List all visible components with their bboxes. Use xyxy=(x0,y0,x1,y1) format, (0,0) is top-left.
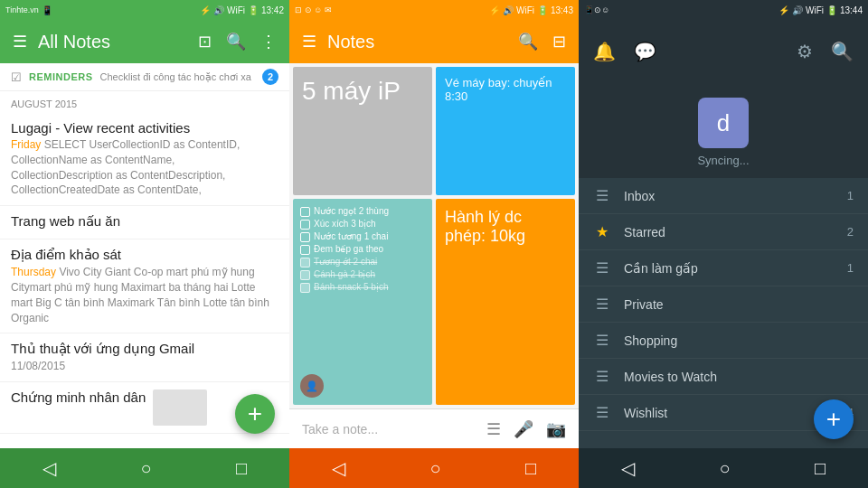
fab-add-note[interactable]: + xyxy=(235,394,275,434)
note-card-5-may-ip[interactable]: 5 máy iP xyxy=(293,67,432,195)
status-left-3: 📱⊙☺ xyxy=(584,5,609,14)
note-status-icons: ⊡ ⊙ ☺ ✉ xyxy=(295,5,332,14)
back-button-3[interactable]: ◁ xyxy=(621,457,635,479)
note-card-checklist[interactable]: Nước ngọt 2 thùng Xúc xích 3 bịch Nước t… xyxy=(293,199,432,405)
wifi-icon: WiFi xyxy=(227,5,245,15)
panel-all-notes: Tinhte.vn 📱 ⚡ 🔊 WiFi 🔋 13:42 ☰ All Notes… xyxy=(0,0,289,488)
bell-icon[interactable]: 🔔 xyxy=(593,41,616,62)
list-icon[interactable]: ☰ xyxy=(486,419,501,439)
notes-title: Notes xyxy=(327,32,507,52)
cb4[interactable] xyxy=(300,245,310,255)
avatar-checklist: 👤 xyxy=(300,374,324,398)
home-button-3[interactable]: ○ xyxy=(719,458,730,479)
cb7[interactable] xyxy=(300,283,310,293)
check-row-6: Cánh gà 2 bịch xyxy=(300,269,425,280)
time-3: 13:44 xyxy=(840,5,863,15)
check-row-3: Nước tương 1 chai xyxy=(300,231,425,242)
shopping-icon: ☰ xyxy=(593,332,611,349)
battery2-icon: 🔋 xyxy=(537,5,548,15)
home-button-2[interactable]: ○ xyxy=(429,458,440,479)
cb3[interactable] xyxy=(300,232,310,242)
status-right-1: ⚡ 🔊 WiFi 🔋 13:42 xyxy=(200,5,284,15)
back-button-2[interactable]: ◁ xyxy=(332,457,345,479)
bt3-icon: ⚡ xyxy=(778,5,789,15)
search-icon[interactable]: 🔍 xyxy=(222,28,250,55)
phone-icon: 📱 xyxy=(42,5,52,15)
reminders-bar[interactable]: ☑ REMINDERS Checklist đi công tác hoặc c… xyxy=(0,63,289,91)
menu-item-shopping[interactable]: ☰ Shopping xyxy=(579,323,868,359)
menu-label-starred: Starred xyxy=(624,225,835,239)
note-card-ve-may-bay[interactable]: Vé máy bay: chuyến 8:30 xyxy=(436,67,575,195)
gear-icon[interactable]: ⚙ xyxy=(797,41,813,62)
battery3-icon: 🔋 xyxy=(826,5,837,15)
note-title-lugagi: Lugagi - View recent activities xyxy=(11,120,278,136)
all-notes-title: All Notes xyxy=(38,32,187,52)
cb6[interactable] xyxy=(300,270,310,280)
bottom-nav-2: ◁ ○ □ xyxy=(289,448,579,488)
cb1[interactable] xyxy=(300,207,310,217)
vol2-icon: 🔊 xyxy=(503,5,514,15)
reminders-badge: 2 xyxy=(262,69,278,85)
recents-button-3[interactable]: □ xyxy=(815,458,826,479)
sync-section: d Syncing... xyxy=(579,83,868,178)
menu-item-inbox[interactable]: ☰ Inbox 1 xyxy=(579,178,868,214)
check-row-7: Bánh snack 5 bịch xyxy=(300,282,425,293)
fab-add-note-2[interactable]: + xyxy=(814,399,854,439)
user-avatar-large[interactable]: d xyxy=(698,98,749,148)
note-meta-lugagi: Friday SELECT UserCollectionID as Conten… xyxy=(11,137,278,198)
menu-item-movies[interactable]: ☰ Movies to Watch xyxy=(579,359,868,395)
panel-notes: ⊡ ⊙ ☺ ✉ ⚡ 🔊 WiFi 🔋 13:43 ☰ Notes 🔍 ⊟ 5 m… xyxy=(289,0,579,488)
take-note-bar: Take a note... ☰ 🎤 📷 xyxy=(289,408,579,448)
note-day-thursday: Thursday xyxy=(11,266,56,278)
hamburger-menu-icon-2[interactable]: ☰ xyxy=(298,28,320,55)
bt2-icon: ⚡ xyxy=(489,5,500,15)
archive-icon[interactable]: ⊡ xyxy=(194,28,215,55)
note-item-trang-web[interactable]: Trang web nấu ăn xyxy=(0,206,289,239)
note-day-friday: Friday xyxy=(11,138,41,151)
menu-badge-starred: 2 xyxy=(847,225,854,239)
syncing-text: Syncing... xyxy=(697,154,749,167)
check-row-5: Tương ớt 2 chai xyxy=(300,257,425,267)
menu-item-private[interactable]: ☰ Private xyxy=(579,286,868,323)
menu-label-movies: Movies to Watch xyxy=(624,370,841,384)
grid-view-icon[interactable]: ⊟ xyxy=(549,28,570,55)
search-icon-3[interactable]: 🔍 xyxy=(831,41,854,62)
status-left-2: ⊡ ⊙ ☺ ✉ xyxy=(295,5,332,14)
more-options-icon[interactable]: ⋮ xyxy=(257,28,280,55)
note-title-trang-web: Trang web nấu ăn xyxy=(11,213,278,230)
hamburger-menu-icon[interactable]: ☰ xyxy=(9,28,31,55)
cb5[interactable] xyxy=(300,258,310,267)
search-icon-2[interactable]: 🔍 xyxy=(514,28,542,55)
home-button-1[interactable]: ○ xyxy=(140,458,151,479)
recents-button-1[interactable]: □ xyxy=(236,458,247,479)
menu-label-can-lam-gap: Cần làm gấp xyxy=(624,261,835,276)
menu-item-can-lam-gap[interactable]: ☰ Cần làm gấp 1 xyxy=(579,250,868,286)
mic-icon[interactable]: 🎤 xyxy=(514,419,533,439)
movies-icon: ☰ xyxy=(593,368,611,385)
note-item-thu-thuat[interactable]: Thủ thuật với ứng dụng Gmail 11/08/2015 xyxy=(0,333,289,382)
chat-icon[interactable]: 💬 xyxy=(634,41,656,62)
note-item-dia-diem[interactable]: Địa điểm khảo sát Thursday Vivo City Gia… xyxy=(0,239,289,333)
reminders-text: Checklist đi công tác hoặc chơi xa xyxy=(100,71,255,83)
note-item-lugagi[interactable]: Lugagi - View recent activities Friday S… xyxy=(0,113,289,206)
back-button-1[interactable]: ◁ xyxy=(42,457,56,479)
take-note-placeholder[interactable]: Take a note... xyxy=(302,422,476,436)
note-text-ve: Vé máy bay: chuyến 8:30 xyxy=(445,76,566,103)
status-left-1: Tinhte.vn 📱 xyxy=(5,5,52,15)
recents-button-2[interactable]: □ xyxy=(525,458,536,479)
menu-item-starred[interactable]: ★ Starred 2 xyxy=(579,214,868,250)
menu-label-shopping: Shopping xyxy=(624,333,841,348)
cb2[interactable] xyxy=(300,220,310,230)
menu-badge-can-lam-gap: 1 xyxy=(847,261,854,275)
section-date: AUGUST 2015 xyxy=(0,91,289,113)
note-title-dia-diem: Địa điểm khảo sát xyxy=(11,247,278,263)
toolbar-left-icons: 🔔 💬 xyxy=(593,41,656,62)
note-card-hanh-ly[interactable]: Hành lý dc phép: 10kg xyxy=(436,199,575,405)
camera-icon[interactable]: 📷 xyxy=(546,419,566,439)
time-1: 13:42 xyxy=(261,5,284,15)
note-text-hanh-ly: Hành lý dc phép: 10kg xyxy=(445,208,566,247)
note-meta-dia-diem: Thursday Vivo City Giant Co-op mart phú … xyxy=(11,265,278,325)
status-right-3: ⚡ 🔊 WiFi 🔋 13:44 xyxy=(778,5,863,15)
note-title-thu-thuat: Thủ thuật với ứng dụng Gmail xyxy=(11,341,278,357)
menu-badge-inbox: 1 xyxy=(847,189,854,202)
